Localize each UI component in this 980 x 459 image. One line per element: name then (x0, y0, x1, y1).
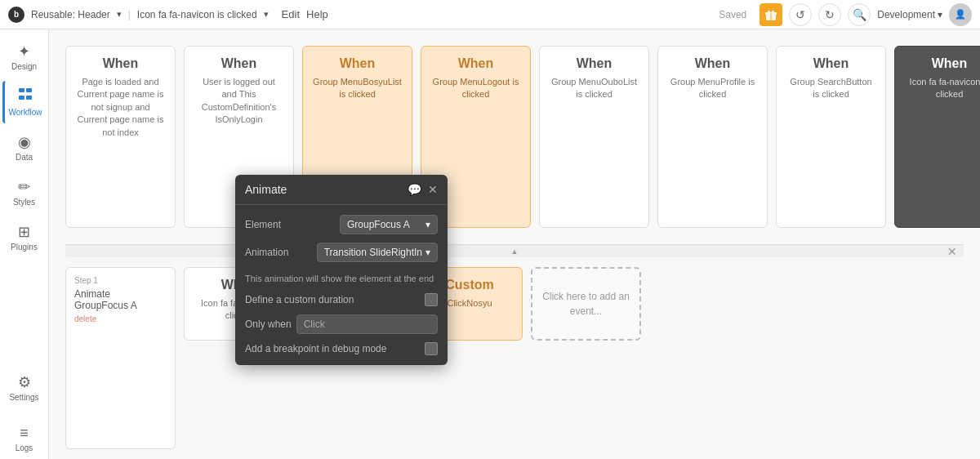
topbar-icons: ↺ ↻ 🔍 Development ▾ 👤 (760, 3, 972, 26)
dev-chevron: ▾ (938, 9, 942, 20)
svg-rect-3 (19, 88, 24, 92)
btext-3: ClickNosyu (447, 297, 492, 310)
event-text-1: Page is loaded and Current page name is … (76, 76, 165, 139)
sidebar: ✦ Design Workflow ◉ Data ✏ Styles ⊞ (0, 29, 49, 459)
design-label: Design (11, 62, 37, 71)
modal-body: Element GroupFocus A ▾ Animation Transit… (235, 205, 448, 365)
topbar-sep: | (128, 9, 131, 20)
avatar[interactable]: 👤 (949, 3, 972, 26)
logs-label: Logs (16, 443, 33, 452)
sidebar-item-styles[interactable]: ✏ Styles (2, 172, 47, 213)
element-chevron: ▾ (425, 219, 430, 230)
trigger-dropdown[interactable]: ▾ (264, 9, 269, 20)
when-label-5: When (577, 56, 612, 71)
redo-icon-btn[interactable]: ↻ (818, 3, 841, 26)
step-delete[interactable]: delete (74, 314, 167, 323)
reusable-label: Reusable: Header (31, 9, 110, 20)
custom-duration-toggle[interactable] (425, 293, 438, 306)
sidebar-item-logs[interactable]: ≡ Logs (2, 418, 47, 459)
topbar: b Reusable: Header ▾ | Icon fa fa-navico… (0, 0, 980, 29)
custom-duration-label: Define a custom duration (245, 294, 354, 305)
edit-nav[interactable]: Edit (282, 8, 300, 20)
close-panel-icon[interactable]: ✕ (947, 245, 957, 258)
breakpoint-row: Add a breakpoint in debug mode (245, 342, 438, 355)
breakpoint-toggle[interactable] (425, 342, 438, 355)
only-when-label: Only when (245, 319, 292, 330)
event-text-8: Icon fa fa-navicon is clicked (905, 76, 980, 101)
workflow-canvas-top: When Page is loaded and Current page nam… (49, 29, 980, 244)
custom-duration-row: Define a custom duration (245, 293, 438, 306)
when-label-1: When (103, 56, 139, 71)
event-card-5[interactable]: When Group MenuOuboList is clicked (539, 46, 649, 228)
element-value: GroupFocus A (347, 219, 410, 230)
step-card-1[interactable]: Step 1 Animate GroupFocus A delete (65, 267, 176, 449)
animation-chevron: ▾ (425, 247, 430, 258)
event-text-4: Group MenuLogout is clicked (431, 76, 520, 101)
when-label-6: When (695, 56, 731, 71)
element-select[interactable]: GroupFocus A ▾ (340, 215, 438, 234)
comment-icon[interactable]: 💬 (408, 183, 421, 196)
when-label-4: When (458, 56, 494, 71)
step-number: Step 1 (74, 276, 167, 285)
content-area: When Page is loaded and Current page nam… (49, 29, 980, 459)
modal-close-icon[interactable]: ✕ (428, 183, 438, 196)
when-label-8: When (932, 56, 968, 71)
gift-icon-btn[interactable] (760, 3, 782, 26)
event-card-6[interactable]: When Group MenuProfile is clicked (657, 46, 768, 228)
event-text-7: Group SearchButton is clicked (786, 76, 875, 101)
add-event-text: Click here to add an event... (542, 289, 630, 319)
logo: b (8, 7, 24, 23)
step-name: Animate GroupFocus A (74, 288, 167, 311)
event-card-1[interactable]: When Page is loaded and Current page nam… (65, 46, 176, 228)
sidebar-item-data[interactable]: ◉ Data (2, 127, 47, 168)
search-icon-btn[interactable]: 🔍 (848, 3, 871, 26)
event-text-6: Group MenuProfile is clicked (668, 76, 757, 101)
when-label-7: When (813, 56, 849, 71)
data-label: Data (16, 153, 33, 162)
modal-header: Animate 💬 ✕ (235, 175, 448, 205)
animation-value: Transition SlideRightIn (324, 247, 422, 258)
when-label-3: When (340, 56, 376, 71)
sidebar-item-design[interactable]: ✦ Design (2, 36, 47, 78)
data-icon: ◉ (18, 133, 31, 151)
svg-rect-4 (26, 88, 32, 92)
design-icon: ✦ (18, 42, 30, 60)
trigger-label: Icon fa fa-navicon is clicked (137, 9, 257, 20)
add-event-card[interactable]: Click here to add an event... (531, 267, 641, 341)
info-text: This animation will show the element at … (245, 270, 438, 285)
help-nav[interactable]: Help (306, 8, 328, 20)
only-when-input[interactable] (296, 314, 438, 334)
modal-header-icons: 💬 ✕ (408, 183, 438, 196)
event-card-7[interactable]: When Group SearchButton is clicked (776, 46, 886, 228)
collapse-bar[interactable]: ▲ ✕ (65, 244, 964, 257)
workflow-icon (18, 87, 33, 106)
animation-label: Animation (245, 247, 288, 258)
main-layout: ✦ Design Workflow ◉ Data ✏ Styles ⊞ (0, 29, 980, 459)
plugins-icon: ⊞ (18, 223, 30, 241)
event-text-3: Group MenuBosyuList is clicked (313, 76, 402, 101)
dev-dropdown[interactable]: Development ▾ (877, 9, 942, 20)
refresh-icon-btn[interactable]: ↺ (789, 3, 812, 26)
animation-select[interactable]: Transition SlideRightIn ▾ (317, 243, 438, 262)
reusable-dropdown[interactable]: ▾ (117, 9, 122, 20)
modal-title: Animate (245, 183, 287, 196)
sidebar-item-settings[interactable]: ⚙ Settings (2, 367, 47, 408)
styles-icon: ✏ (18, 178, 30, 196)
settings-label: Settings (9, 393, 38, 402)
svg-rect-5 (19, 96, 24, 100)
workflow-label: Workflow (9, 108, 42, 117)
animate-modal: Animate 💬 ✕ Element GroupFocus A ▾ A (235, 175, 448, 365)
sidebar-item-plugins[interactable]: ⊞ Plugins (2, 216, 47, 258)
plugins-label: Plugins (11, 243, 38, 252)
collapse-arrow: ▲ (511, 247, 519, 256)
sidebar-item-workflow[interactable]: Workflow (2, 81, 47, 123)
element-row: Element GroupFocus A ▾ (245, 215, 438, 234)
animation-row: Animation Transition SlideRightIn ▾ (245, 243, 438, 262)
svg-rect-6 (26, 96, 32, 100)
breakpoint-label: Add a breakpoint in debug mode (245, 343, 386, 354)
settings-icon: ⚙ (18, 373, 31, 391)
bwhen-3: Custom (445, 278, 494, 292)
event-text-5: Group MenuOuboList is clicked (550, 76, 639, 101)
gift-icon (764, 8, 777, 21)
event-card-8[interactable]: When Icon fa fa-navicon is clicked (894, 46, 980, 228)
